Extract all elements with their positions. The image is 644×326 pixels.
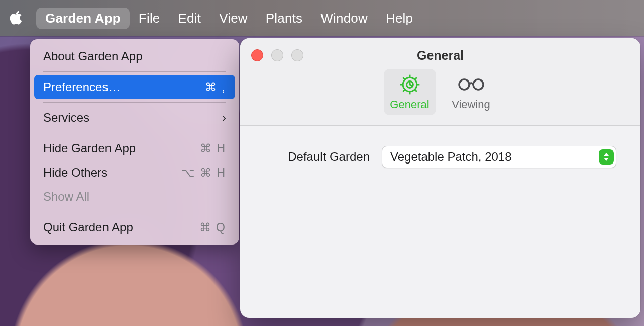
- menubar-help[interactable]: Help: [377, 8, 422, 29]
- menu-separator: [43, 212, 226, 212]
- close-button[interactable]: [251, 49, 263, 61]
- menu-separator: [43, 102, 226, 103]
- menu-preferences-shortcut: ⌘ ,: [205, 80, 226, 94]
- menu-hide-app-shortcut: ⌘ H: [200, 142, 226, 155]
- menu-services-label: Services: [43, 111, 89, 125]
- menu-hide-others-label: Hide Others: [43, 166, 108, 180]
- chevron-right-icon: ›: [222, 111, 226, 125]
- menu-hide-app[interactable]: Hide Garden App ⌘ H: [34, 136, 235, 160]
- apple-menu[interactable]: [9, 10, 23, 25]
- tab-general[interactable]: General: [384, 69, 436, 115]
- tab-general-label: General: [384, 98, 436, 111]
- menu-separator: [43, 71, 226, 72]
- menu-quit-shortcut: ⌘ Q: [199, 221, 226, 234]
- menu-hide-app-label: Hide Garden App: [43, 141, 136, 155]
- menu-preferences-label: Preferences…: [43, 80, 120, 94]
- menubar-edit[interactable]: Edit: [169, 8, 210, 29]
- svg-line-11: [410, 85, 413, 87]
- menu-about-label: About Garden App: [43, 49, 142, 63]
- menu-bar: Garden App File Edit View Plants Window …: [0, 0, 644, 36]
- preferences-window: General: [240, 38, 640, 318]
- svg-line-9: [415, 77, 417, 79]
- tab-viewing-label: Viewing: [445, 98, 497, 111]
- app-menu: About Garden App Preferences… ⌘ , Servic…: [30, 39, 239, 244]
- minimize-button[interactable]: [271, 49, 283, 61]
- updown-arrows-icon: [599, 149, 614, 165]
- preferences-toolbar: General: [240, 38, 640, 126]
- tab-viewing[interactable]: Viewing: [445, 69, 497, 115]
- default-garden-label: Default Garden: [264, 150, 370, 164]
- menu-about[interactable]: About Garden App: [34, 44, 235, 68]
- svg-line-6: [403, 77, 405, 79]
- default-garden-popup[interactable]: Vegetable Patch, 2018: [382, 146, 616, 168]
- menubar-window[interactable]: Window: [311, 8, 377, 29]
- svg-point-13: [473, 79, 483, 90]
- menubar-plants[interactable]: Plants: [257, 8, 311, 29]
- general-pane: Default Garden Vegetable Patch, 2018: [240, 126, 640, 188]
- menubar-view[interactable]: View: [210, 8, 257, 29]
- svg-line-8: [403, 90, 405, 92]
- window-controls: [251, 49, 303, 61]
- apple-icon: [9, 10, 23, 25]
- menu-separator: [43, 133, 226, 133]
- menu-hide-others[interactable]: Hide Others ⌥ ⌘ H: [34, 160, 235, 185]
- preferences-tabs: General Viewing: [240, 69, 640, 121]
- svg-line-7: [415, 90, 417, 92]
- menu-show-all: Show All: [34, 185, 235, 209]
- gear-icon: [384, 74, 436, 95]
- zoom-button[interactable]: [291, 49, 303, 61]
- menubar-file[interactable]: File: [130, 8, 169, 29]
- menu-quit-label: Quit Garden App: [43, 220, 133, 234]
- svg-point-12: [459, 79, 469, 90]
- menu-show-all-label: Show All: [43, 190, 89, 204]
- menu-services[interactable]: Services ›: [34, 106, 235, 130]
- menu-preferences[interactable]: Preferences… ⌘ ,: [34, 75, 235, 99]
- glasses-icon: [445, 74, 497, 95]
- menubar-app-name[interactable]: Garden App: [36, 8, 130, 29]
- default-garden-value: Vegetable Patch, 2018: [390, 150, 512, 164]
- menu-hide-others-shortcut: ⌥ ⌘ H: [181, 166, 226, 180]
- menu-quit[interactable]: Quit Garden App ⌘ Q: [34, 215, 235, 239]
